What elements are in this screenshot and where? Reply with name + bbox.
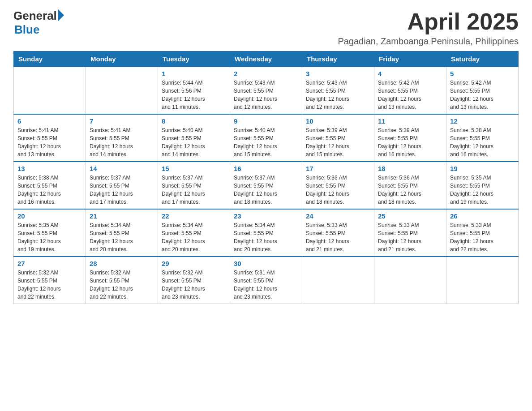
day-of-week-header: Wednesday <box>230 51 302 67</box>
day-number: 3 <box>306 70 370 77</box>
day-number: 7 <box>90 117 154 125</box>
calendar-cell: 28Sunrise: 5:32 AM Sunset: 5:55 PM Dayli… <box>86 257 158 304</box>
day-info: Sunrise: 5:38 AM Sunset: 5:55 PM Dayligh… <box>450 126 515 158</box>
day-info: Sunrise: 5:37 AM Sunset: 5:55 PM Dayligh… <box>90 174 154 206</box>
calendar-cell: 23Sunrise: 5:34 AM Sunset: 5:55 PM Dayli… <box>230 209 302 257</box>
logo-triangle-icon <box>58 9 64 21</box>
day-number: 13 <box>17 165 82 172</box>
day-number: 19 <box>450 165 515 172</box>
day-number: 5 <box>450 70 515 77</box>
day-number: 16 <box>234 165 298 172</box>
day-info: Sunrise: 5:40 AM Sunset: 5:55 PM Dayligh… <box>162 126 226 158</box>
day-number: 21 <box>90 212 154 220</box>
day-number: 28 <box>90 260 154 267</box>
day-info: Sunrise: 5:41 AM Sunset: 5:55 PM Dayligh… <box>17 126 82 158</box>
day-info: Sunrise: 5:42 AM Sunset: 5:55 PM Dayligh… <box>450 79 515 111</box>
day-info: Sunrise: 5:36 AM Sunset: 5:55 PM Dayligh… <box>378 174 442 206</box>
logo-general-text: General <box>13 9 57 23</box>
days-of-week-row: SundayMondayTuesdayWednesdayThursdayFrid… <box>14 51 519 67</box>
day-number: 2 <box>234 70 298 77</box>
day-info: Sunrise: 5:35 AM Sunset: 5:55 PM Dayligh… <box>450 174 515 206</box>
day-of-week-header: Tuesday <box>158 51 230 67</box>
day-number: 20 <box>17 212 82 220</box>
day-info: Sunrise: 5:38 AM Sunset: 5:55 PM Dayligh… <box>17 174 82 206</box>
day-number: 15 <box>162 165 226 172</box>
calendar-cell: 27Sunrise: 5:32 AM Sunset: 5:55 PM Dayli… <box>14 257 86 304</box>
day-info: Sunrise: 5:37 AM Sunset: 5:55 PM Dayligh… <box>162 174 226 206</box>
day-number: 1 <box>162 70 226 77</box>
day-number: 11 <box>378 117 442 125</box>
day-info: Sunrise: 5:43 AM Sunset: 5:55 PM Dayligh… <box>306 79 370 111</box>
calendar-cell: 7Sunrise: 5:41 AM Sunset: 5:55 PM Daylig… <box>86 114 158 162</box>
day-info: Sunrise: 5:44 AM Sunset: 5:56 PM Dayligh… <box>162 79 226 111</box>
day-info: Sunrise: 5:34 AM Sunset: 5:55 PM Dayligh… <box>234 221 298 253</box>
calendar-cell: 11Sunrise: 5:39 AM Sunset: 5:55 PM Dayli… <box>374 114 446 162</box>
month-year-title: April 2025 <box>338 9 519 34</box>
calendar-cell: 22Sunrise: 5:34 AM Sunset: 5:55 PM Dayli… <box>158 209 230 257</box>
day-info: Sunrise: 5:41 AM Sunset: 5:55 PM Dayligh… <box>90 126 154 158</box>
calendar-header: SundayMondayTuesdayWednesdayThursdayFrid… <box>14 51 519 67</box>
calendar-cell: 4Sunrise: 5:42 AM Sunset: 5:55 PM Daylig… <box>374 67 446 114</box>
day-number: 4 <box>378 70 442 77</box>
day-of-week-header: Sunday <box>14 51 86 67</box>
calendar-cell: 30Sunrise: 5:31 AM Sunset: 5:55 PM Dayli… <box>230 257 302 304</box>
calendar-cell <box>374 257 446 304</box>
day-of-week-header: Monday <box>86 51 158 67</box>
day-number: 6 <box>17 117 82 125</box>
day-info: Sunrise: 5:43 AM Sunset: 5:55 PM Dayligh… <box>234 79 298 111</box>
day-info: Sunrise: 5:33 AM Sunset: 5:55 PM Dayligh… <box>450 221 515 253</box>
page-header: General Blue April 2025 Pagadian, Zamboa… <box>13 9 519 47</box>
day-number: 17 <box>306 165 370 172</box>
day-info: Sunrise: 5:32 AM Sunset: 5:55 PM Dayligh… <box>90 269 154 301</box>
calendar-cell: 25Sunrise: 5:33 AM Sunset: 5:55 PM Dayli… <box>374 209 446 257</box>
calendar-cell: 9Sunrise: 5:40 AM Sunset: 5:55 PM Daylig… <box>230 114 302 162</box>
calendar-cell: 21Sunrise: 5:34 AM Sunset: 5:55 PM Dayli… <box>86 209 158 257</box>
day-info: Sunrise: 5:36 AM Sunset: 5:55 PM Dayligh… <box>306 174 370 206</box>
calendar-cell: 14Sunrise: 5:37 AM Sunset: 5:55 PM Dayli… <box>86 162 158 209</box>
day-of-week-header: Saturday <box>446 51 519 67</box>
week-row: 27Sunrise: 5:32 AM Sunset: 5:55 PM Dayli… <box>14 257 519 304</box>
week-row: 1Sunrise: 5:44 AM Sunset: 5:56 PM Daylig… <box>14 67 519 114</box>
calendar-cell: 3Sunrise: 5:43 AM Sunset: 5:55 PM Daylig… <box>302 67 374 114</box>
day-info: Sunrise: 5:33 AM Sunset: 5:55 PM Dayligh… <box>378 221 442 253</box>
week-row: 13Sunrise: 5:38 AM Sunset: 5:55 PM Dayli… <box>14 162 519 209</box>
calendar-cell <box>302 257 374 304</box>
logo-blue-text: Blue <box>14 23 64 37</box>
calendar-cell: 26Sunrise: 5:33 AM Sunset: 5:55 PM Dayli… <box>446 209 519 257</box>
calendar-cell: 5Sunrise: 5:42 AM Sunset: 5:55 PM Daylig… <box>446 67 519 114</box>
day-of-week-header: Friday <box>374 51 446 67</box>
day-info: Sunrise: 5:40 AM Sunset: 5:55 PM Dayligh… <box>234 126 298 158</box>
day-number: 26 <box>450 212 515 220</box>
calendar-cell <box>446 257 519 304</box>
day-info: Sunrise: 5:34 AM Sunset: 5:55 PM Dayligh… <box>90 221 154 253</box>
title-section: April 2025 Pagadian, Zamboanga Peninsula… <box>338 9 519 47</box>
day-info: Sunrise: 5:35 AM Sunset: 5:55 PM Dayligh… <box>17 221 82 253</box>
day-info: Sunrise: 5:37 AM Sunset: 5:55 PM Dayligh… <box>234 174 298 206</box>
calendar-cell: 19Sunrise: 5:35 AM Sunset: 5:55 PM Dayli… <box>446 162 519 209</box>
calendar-cell: 8Sunrise: 5:40 AM Sunset: 5:55 PM Daylig… <box>158 114 230 162</box>
calendar-table: SundayMondayTuesdayWednesdayThursdayFrid… <box>13 51 519 304</box>
day-number: 8 <box>162 117 226 125</box>
day-number: 29 <box>162 260 226 267</box>
calendar-cell: 16Sunrise: 5:37 AM Sunset: 5:55 PM Dayli… <box>230 162 302 209</box>
day-number: 27 <box>17 260 82 267</box>
day-info: Sunrise: 5:32 AM Sunset: 5:55 PM Dayligh… <box>17 269 82 301</box>
calendar-cell <box>86 67 158 114</box>
calendar-cell: 10Sunrise: 5:39 AM Sunset: 5:55 PM Dayli… <box>302 114 374 162</box>
calendar-cell: 6Sunrise: 5:41 AM Sunset: 5:55 PM Daylig… <box>14 114 86 162</box>
calendar-cell: 12Sunrise: 5:38 AM Sunset: 5:55 PM Dayli… <box>446 114 519 162</box>
location-subtitle: Pagadian, Zamboanga Peninsula, Philippin… <box>338 36 519 47</box>
calendar-cell: 13Sunrise: 5:38 AM Sunset: 5:55 PM Dayli… <box>14 162 86 209</box>
day-info: Sunrise: 5:33 AM Sunset: 5:55 PM Dayligh… <box>306 221 370 253</box>
day-number: 18 <box>378 165 442 172</box>
day-number: 25 <box>378 212 442 220</box>
day-number: 12 <box>450 117 515 125</box>
day-of-week-header: Thursday <box>302 51 374 67</box>
day-info: Sunrise: 5:39 AM Sunset: 5:55 PM Dayligh… <box>378 126 442 158</box>
week-row: 6Sunrise: 5:41 AM Sunset: 5:55 PM Daylig… <box>14 114 519 162</box>
week-row: 20Sunrise: 5:35 AM Sunset: 5:55 PM Dayli… <box>14 209 519 257</box>
day-number: 14 <box>90 165 154 172</box>
day-number: 23 <box>234 212 298 220</box>
calendar-cell: 29Sunrise: 5:32 AM Sunset: 5:55 PM Dayli… <box>158 257 230 304</box>
calendar-cell: 1Sunrise: 5:44 AM Sunset: 5:56 PM Daylig… <box>158 67 230 114</box>
